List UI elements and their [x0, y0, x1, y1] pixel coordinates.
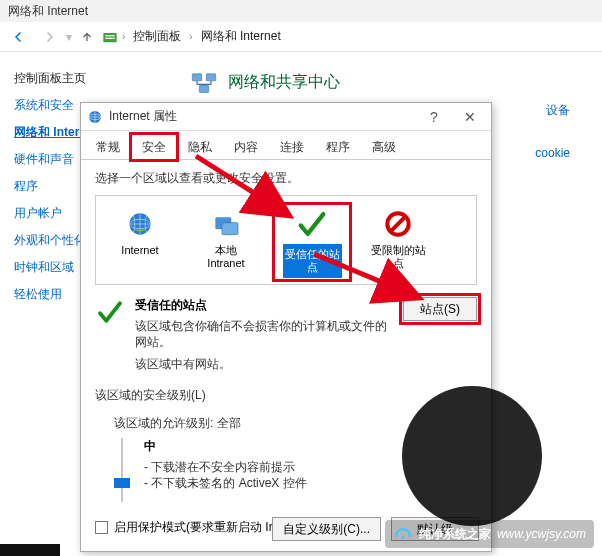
tab-connections[interactable]: 连接 — [269, 134, 315, 160]
svg-rect-3 — [192, 74, 201, 81]
dialog-tabs: 常规 安全 隐私 内容 连接 程序 高级 — [81, 131, 491, 160]
watermark-text: 纯净系统之家 — [419, 526, 491, 543]
svg-rect-4 — [206, 74, 215, 81]
prohibited-icon — [382, 208, 414, 240]
dialog-titlebar: Internet 属性 ? ✕ — [81, 103, 491, 131]
tab-programs[interactable]: 程序 — [315, 134, 361, 160]
zone-local-intranet[interactable]: 本地 Intranet — [190, 206, 262, 278]
zone-restricted-sites[interactable]: 受限制的站 点 — [362, 206, 434, 278]
zone-label: 受信任的站 点 — [283, 244, 342, 278]
svg-rect-11 — [222, 223, 238, 235]
dialog-help-button[interactable]: ? — [419, 107, 449, 127]
category-header: 网络和共享中心 — [190, 68, 340, 96]
intranet-icon — [210, 208, 242, 240]
zone-selector: Internet 本地 Intranet 受信任的站 点 受限制的站 点 — [95, 195, 477, 285]
watermark-url: www.ycwjsy.com — [497, 527, 586, 541]
nav-back-button[interactable] — [6, 24, 32, 50]
tab-general[interactable]: 常规 — [85, 134, 131, 160]
zone-trusted-sites[interactable]: 受信任的站 点 — [276, 206, 348, 278]
tab-content[interactable]: 内容 — [223, 134, 269, 160]
background-graphic — [402, 386, 542, 526]
zone-detail: 受信任的站点 该区域包含你确信不会损害你的计算机或文件的网站。 该区域中有网站。… — [95, 297, 477, 373]
zone-label: 本地 Intranet — [207, 244, 244, 270]
internet-options-icon — [87, 109, 103, 125]
breadcrumb-root[interactable]: 控制面板 — [129, 26, 185, 47]
breadcrumb-current[interactable]: 网络和 Internet — [197, 26, 285, 47]
right-link-cookie[interactable]: cookie — [535, 146, 570, 160]
zone-label: 受限制的站 点 — [371, 244, 426, 270]
zone-detail-sub: 该区域中有网站。 — [135, 356, 393, 373]
navbar: ▾ › 控制面板 › 网络和 Internet — [0, 22, 602, 52]
nav-dropdown-icon[interactable]: ▾ — [66, 30, 72, 44]
svg-rect-2 — [105, 37, 114, 38]
tab-security[interactable]: 安全 — [131, 134, 177, 160]
protected-mode-checkbox[interactable] — [95, 521, 108, 534]
tab-advanced[interactable]: 高级 — [361, 134, 407, 160]
tab-privacy[interactable]: 隐私 — [177, 134, 223, 160]
crumb-arrow-icon: › — [122, 31, 125, 42]
checkmark-icon — [295, 207, 329, 241]
nav-forward-button[interactable] — [36, 24, 62, 50]
watermark: 纯净系统之家 www.ycwjsy.com — [385, 520, 594, 548]
window-title: 网络和 Internet — [0, 0, 602, 22]
sites-button[interactable]: 站点(S) — [403, 297, 477, 321]
dialog-title: Internet 属性 — [109, 108, 413, 125]
network-center-icon — [190, 68, 218, 96]
zone-internet[interactable]: Internet — [104, 206, 176, 278]
svg-rect-0 — [103, 33, 116, 42]
folder-icon — [102, 29, 118, 45]
checkmark-icon — [95, 297, 125, 327]
globe-icon — [124, 208, 156, 240]
zone-detail-desc: 该区域包含你确信不会损害你的计算机或文件的网站。 — [135, 318, 393, 350]
svg-rect-5 — [199, 86, 208, 93]
category-title[interactable]: 网络和共享中心 — [228, 72, 340, 93]
security-level-slider[interactable] — [114, 438, 130, 502]
zone-hint: 选择一个区域以查看或更改安全设置。 — [95, 170, 477, 187]
right-link-devices[interactable]: 设备 — [546, 102, 570, 119]
svg-rect-1 — [105, 35, 114, 36]
nav-up-button[interactable] — [76, 26, 98, 48]
security-level-title: 该区域的安全级别(L) — [95, 387, 477, 404]
slider-thumb[interactable] — [114, 478, 130, 488]
custom-level-button[interactable]: 自定义级别(C)... — [272, 517, 381, 541]
side-nav-heading: 控制面板主页 — [14, 70, 100, 87]
crumb-arrow-icon: › — [189, 31, 192, 42]
zone-label: Internet — [121, 244, 158, 257]
taskbar-fragment — [0, 544, 60, 556]
dialog-close-button[interactable]: ✕ — [455, 107, 485, 127]
svg-point-15 — [401, 536, 404, 539]
zone-detail-title: 受信任的站点 — [135, 297, 393, 314]
watermark-logo-icon — [393, 524, 413, 544]
